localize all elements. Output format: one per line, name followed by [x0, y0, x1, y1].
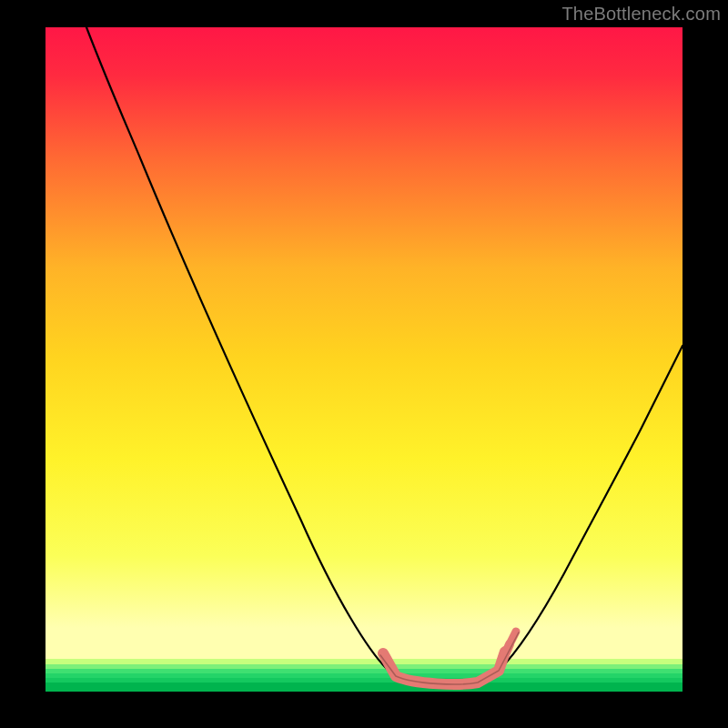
green-band-1 [46, 659, 682, 664]
green-band-6 [46, 682, 682, 692]
gradient-bg-upper [46, 27, 682, 628]
green-band-4 [46, 673, 682, 678]
green-band-5 [46, 678, 682, 682]
coral-dash-right-2 [511, 632, 516, 642]
plot-area [46, 27, 682, 692]
watermark-text: TheBottleneck.com [561, 4, 721, 25]
chart-container: TheBottleneck.com [0, 0, 728, 728]
chart-svg [0, 0, 728, 728]
green-band-3 [46, 669, 682, 673]
green-band-2 [46, 664, 682, 669]
pale-band [46, 628, 682, 659]
